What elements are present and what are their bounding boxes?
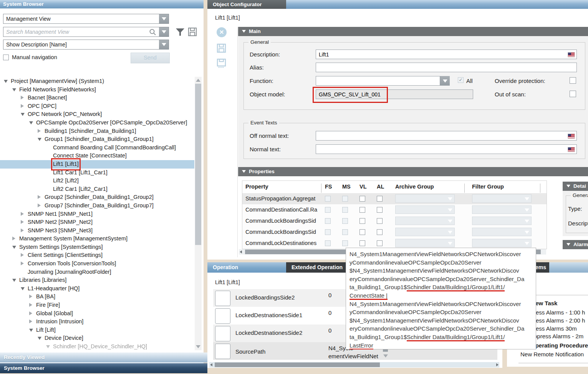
expand-icon[interactable] — [29, 319, 32, 323]
tree-item[interactable]: Connect State [ConnectState] — [0, 152, 194, 160]
operation-command-button[interactable] — [215, 344, 230, 359]
scroll-left-icon[interactable] — [210, 363, 212, 366]
chevron-down-icon[interactable] — [159, 14, 169, 23]
collapse-icon[interactable] — [566, 243, 570, 246]
operation-command-button[interactable] — [215, 291, 230, 306]
chevron-down-icon[interactable] — [159, 40, 169, 49]
collapse-icon[interactable] — [12, 246, 16, 249]
related-item[interactable]: New Remote Notification — [520, 351, 584, 357]
collapse-icon[interactable] — [4, 80, 8, 83]
language-flag-icon[interactable] — [568, 134, 575, 139]
related-item[interactable]: Operating Procedure — [531, 342, 588, 349]
tree-item[interactable]: SNMP Net2 [SNMP_Net2] — [0, 218, 194, 227]
tree-item[interactable]: Lift2 [Lift2] — [0, 177, 194, 185]
tree-item[interactable]: Libraries [Libraries] — [0, 276, 194, 285]
archive-group-select[interactable] — [395, 217, 455, 225]
main-section-header[interactable]: Main — [238, 27, 588, 36]
save-icon[interactable] — [217, 43, 226, 53]
tab-object-configurator[interactable]: Object Configurator — [207, 0, 286, 9]
scroll-down-icon[interactable] — [383, 354, 388, 357]
recently-viewed-bar[interactable]: Recently Viewed — [0, 352, 207, 362]
tree-item[interactable]: System Settings [SystemSettings] — [0, 243, 194, 252]
tree-item[interactable]: Lift1 [Lift1] — [0, 160, 194, 169]
alarm-section-header[interactable]: Alarm — [563, 240, 588, 249]
expand-icon[interactable] — [38, 129, 41, 133]
al-checkbox[interactable] — [377, 218, 383, 224]
details-section-header[interactable]: Detai — [563, 182, 588, 191]
expand-icon[interactable] — [21, 96, 24, 99]
description-selector-combobox[interactable]: Show Description [Name] — [3, 40, 169, 50]
scroll-down-icon[interactable] — [196, 345, 200, 348]
alias-field[interactable] — [316, 63, 577, 72]
property-row[interactable]: CommandLockDestinationes — [242, 238, 547, 249]
manual-navigation-checkbox[interactable] — [3, 55, 9, 60]
tree-item[interactable]: L1-Headquarter [HQ] — [0, 285, 194, 293]
related-item[interactable]: ress Alarms - 1:00 h — [534, 309, 585, 316]
close-icon[interactable]: ✕ — [217, 27, 227, 37]
al-checkbox[interactable] — [377, 207, 383, 213]
collapse-icon[interactable] — [21, 113, 25, 116]
expand-icon[interactable] — [12, 237, 15, 240]
archive-group-select[interactable] — [395, 194, 455, 203]
vl-checkbox[interactable] — [359, 240, 365, 246]
tree-item[interactable]: SNMP Net1 [SNMP_Net1] — [0, 210, 194, 218]
filter-group-select[interactable] — [472, 217, 532, 225]
tree-item[interactable]: Journaling [JournalingRootFolder] — [0, 268, 194, 276]
save-as-icon[interactable] — [217, 58, 226, 68]
archive-group-select[interactable] — [395, 205, 455, 214]
al-checkbox[interactable] — [377, 196, 383, 202]
tree-item[interactable]: Building1 [Schindler_Data_Building1] — [0, 127, 194, 136]
tree-item[interactable]: Command Boarding Call [CommandBoardingCa… — [0, 144, 194, 152]
search-input[interactable] — [3, 27, 169, 36]
vl-checkbox[interactable] — [359, 218, 365, 224]
collapse-icon[interactable] — [29, 121, 33, 124]
description-field[interactable] — [316, 50, 577, 59]
search-icon[interactable] — [149, 28, 156, 36]
tree-item[interactable]: Lift [Lift] — [0, 326, 194, 334]
save-icon[interactable] — [188, 27, 197, 36]
expand-icon[interactable] — [21, 261, 24, 265]
tree-scrollbar[interactable] — [195, 77, 202, 350]
send-button[interactable]: Send — [131, 53, 170, 63]
tree-item[interactable]: Global [Global] — [0, 309, 194, 318]
operation-command-button[interactable] — [215, 308, 230, 324]
tree-item[interactable]: Fire [Fire] — [0, 301, 194, 309]
expand-icon[interactable] — [38, 204, 41, 207]
all-checkbox[interactable]: ✓ — [458, 77, 464, 83]
filter-group-select[interactable] — [472, 239, 532, 247]
expand-icon[interactable] — [29, 311, 32, 315]
scroll-left-icon[interactable] — [240, 250, 242, 253]
language-flag-icon[interactable] — [568, 52, 575, 57]
tree-item[interactable]: Group7 [Schindler_Data_Building1_Group7] — [0, 202, 194, 210]
tree-item[interactable]: OPCSample OpcDa20Server [OPCSample_OpcDa… — [0, 119, 194, 127]
tree-item[interactable]: Management System [ManagementSystem] — [0, 235, 194, 243]
filter-group-select[interactable] — [472, 194, 532, 203]
operation-command-button[interactable] — [215, 326, 230, 341]
property-row[interactable]: CommandLockBoardingsSid — [242, 227, 547, 238]
chevron-down-icon[interactable] — [440, 76, 450, 86]
chevron-down-icon[interactable] — [159, 27, 169, 36]
al-checkbox[interactable] — [377, 240, 383, 246]
off-normal-text-field[interactable] — [316, 131, 577, 141]
tree-item[interactable]: Schindler [HQ_Device_Schindler_HQ] — [0, 343, 194, 350]
collapse-icon[interactable] — [38, 138, 41, 141]
properties-section-header[interactable]: Properties — [238, 167, 588, 176]
property-row[interactable]: CommandDestinationCall.Ra — [242, 204, 547, 215]
scrollbar-thumb[interactable] — [215, 362, 380, 367]
collapse-icon[interactable] — [12, 88, 16, 91]
collapse-icon[interactable] — [29, 329, 33, 332]
collapse-icon[interactable] — [12, 279, 16, 282]
tree-item[interactable]: Lift2 Car1 [Lift2_Car1] — [0, 185, 194, 194]
tree-item[interactable]: SNMP Net3 [SNMP_Net3] — [0, 227, 194, 235]
related-item[interactable]: ress Alarms - 2:00 h — [534, 317, 585, 324]
expand-icon[interactable] — [29, 295, 32, 298]
tree-item[interactable]: Field Networks [FieldNetworks] — [0, 86, 194, 94]
language-flag-icon[interactable] — [568, 147, 575, 152]
view-selector-combobox[interactable]: Management View — [3, 14, 169, 24]
expand-icon[interactable] — [29, 303, 32, 307]
collapse-icon[interactable] — [38, 337, 41, 340]
related-item[interactable]: ppress Alarms - 2m — [534, 333, 583, 339]
function-field[interactable] — [316, 76, 440, 86]
out-of-scan-checkbox[interactable] — [570, 91, 576, 97]
property-row[interactable]: CommandLockBoardingsSid — [242, 215, 547, 227]
